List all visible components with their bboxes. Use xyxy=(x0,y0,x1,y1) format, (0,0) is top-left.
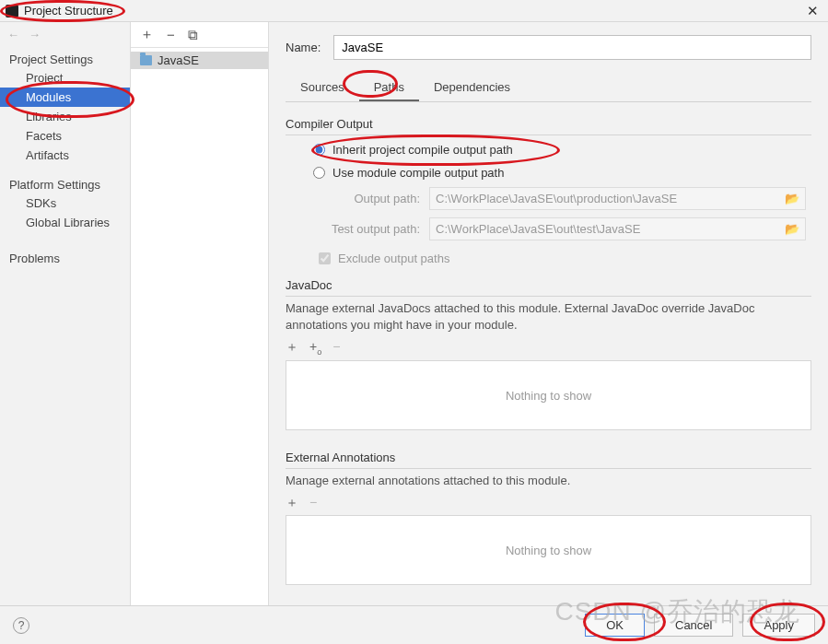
module-name: JavaSE xyxy=(157,53,199,67)
title-bar: Project Structure ✕ xyxy=(0,0,828,22)
ext-ann-toolbar: ＋ − xyxy=(286,493,811,515)
output-path-value: C:\WorkPlace\JavaSE\out\production\JavaS… xyxy=(436,192,677,205)
modules-toolbar: ＋ − ⧉ xyxy=(131,22,268,48)
remove-module-icon[interactable]: − xyxy=(167,27,175,42)
remove-icon[interactable]: − xyxy=(309,495,317,511)
radio-use-module-row[interactable]: Use module compile output path xyxy=(286,160,811,183)
radio-inherit-row[interactable]: Inherit project compile output path xyxy=(286,137,811,160)
sidebar-item-problems[interactable]: Problems xyxy=(0,249,130,268)
app-icon xyxy=(6,5,18,18)
browse-icon: 📂 xyxy=(785,222,799,236)
test-output-path-field: C:\WorkPlace\JavaSE\out\test\JavaSE 📂 xyxy=(429,217,806,240)
radio-use-module-label: Use module compile output path xyxy=(332,166,504,180)
module-details: Name: Sources Paths Dependencies Compile… xyxy=(269,22,828,605)
ext-ann-empty: Nothing to show xyxy=(286,515,811,585)
tab-sources[interactable]: Sources xyxy=(286,75,359,101)
browse-icon: 📂 xyxy=(785,192,799,205)
forward-icon[interactable]: → xyxy=(29,28,41,41)
help-icon[interactable]: ? xyxy=(13,617,29,634)
sidebar-item-modules[interactable]: Modules xyxy=(0,88,130,107)
radio-inherit-label: Inherit project compile output path xyxy=(332,143,513,157)
close-icon[interactable]: ✕ xyxy=(807,3,819,19)
remove-icon[interactable]: − xyxy=(332,339,340,357)
main-area: ← → Project Settings Project Modules Lib… xyxy=(0,22,828,605)
javadoc-toolbar: ＋ +o − xyxy=(286,337,811,360)
javadoc-desc: Manage external JavaDocs attached to thi… xyxy=(286,300,811,334)
modules-panel: ＋ − ⧉ JavaSE xyxy=(131,22,269,605)
sidebar-item-libraries[interactable]: Libraries xyxy=(0,107,130,126)
window-title: Project Structure xyxy=(24,4,113,18)
javadoc-empty: Nothing to show xyxy=(286,360,811,430)
nothing-to-show: Nothing to show xyxy=(506,544,591,557)
compiler-output-header: Compiler Output xyxy=(286,117,811,135)
sidebar-item-global-libraries[interactable]: Global Libraries xyxy=(0,213,130,232)
output-path-row: Output path: C:\WorkPlace\JavaSE\out\pro… xyxy=(286,183,811,214)
add-module-icon[interactable]: ＋ xyxy=(140,26,154,43)
add-url-icon[interactable]: +o xyxy=(309,339,321,357)
exclude-label: Exclude output paths xyxy=(338,252,449,265)
module-list: JavaSE xyxy=(131,48,268,605)
nothing-to-show: Nothing to show xyxy=(506,389,591,403)
folder-icon xyxy=(140,55,152,65)
module-item[interactable]: JavaSE xyxy=(131,52,268,69)
sidebar-item-project[interactable]: Project xyxy=(0,68,130,88)
sidebar-item-artifacts[interactable]: Artifacts xyxy=(0,146,130,165)
external-annotations-header: External Annotations xyxy=(286,451,811,469)
external-annotations-desc: Manage external annotations attached to … xyxy=(286,473,811,489)
dialog-buttons: ? OK Cancel Apply xyxy=(0,605,828,644)
project-settings-header: Project Settings xyxy=(0,47,130,68)
exclude-row: Exclude output paths xyxy=(286,244,811,269)
sidebar-item-sdks[interactable]: SDKs xyxy=(0,193,130,213)
ok-button[interactable]: OK xyxy=(585,614,645,637)
name-label: Name: xyxy=(286,41,321,54)
copy-module-icon[interactable]: ⧉ xyxy=(188,27,198,43)
module-tabs: Sources Paths Dependencies xyxy=(286,75,811,102)
output-path-label: Output path: xyxy=(319,192,420,205)
radio-inherit[interactable] xyxy=(313,144,325,156)
back-icon[interactable]: ← xyxy=(7,28,19,41)
javadoc-header: JavaDoc xyxy=(286,278,811,297)
tab-dependencies[interactable]: Dependencies xyxy=(419,75,525,101)
test-output-path-value: C:\WorkPlace\JavaSE\out\test\JavaSE xyxy=(436,222,640,236)
output-path-field: C:\WorkPlace\JavaSE\out\production\JavaS… xyxy=(429,187,806,210)
test-output-path-label: Test output path: xyxy=(319,222,420,236)
apply-button[interactable]: Apply xyxy=(742,614,815,637)
sidebar-item-facets[interactable]: Facets xyxy=(0,126,130,146)
add-icon[interactable]: ＋ xyxy=(286,339,298,357)
left-sidebar: ← → Project Settings Project Modules Lib… xyxy=(0,22,131,605)
add-icon[interactable]: ＋ xyxy=(286,495,298,511)
tab-paths[interactable]: Paths xyxy=(359,75,419,101)
radio-use-module[interactable] xyxy=(313,167,325,179)
exclude-checkbox xyxy=(319,252,331,264)
nav-arrows: ← → xyxy=(0,22,130,47)
cancel-button[interactable]: Cancel xyxy=(654,614,733,637)
platform-settings-header: Platform Settings xyxy=(0,172,130,193)
test-output-path-row: Test output path: C:\WorkPlace\JavaSE\ou… xyxy=(286,214,811,244)
module-name-input[interactable] xyxy=(333,35,811,60)
